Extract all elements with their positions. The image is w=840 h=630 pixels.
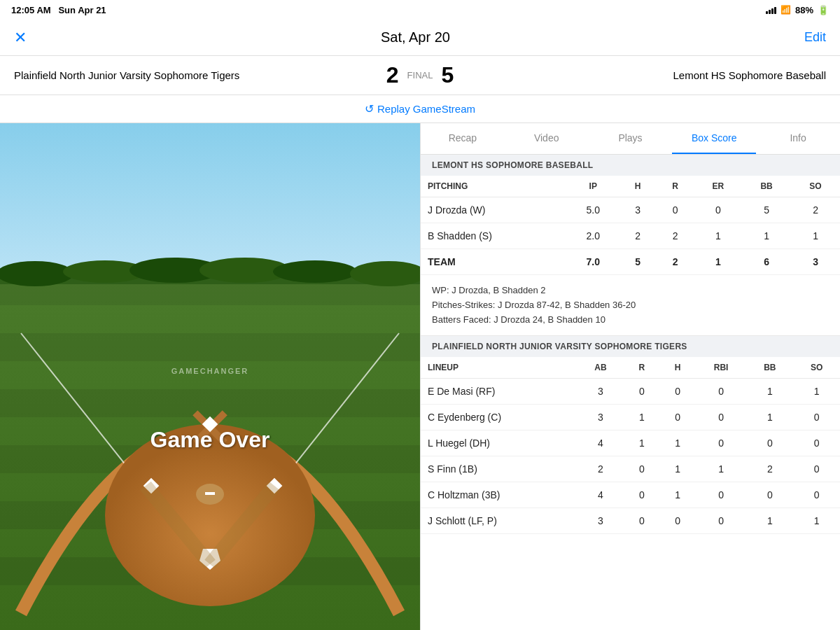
lineup-table: LINEUP AB R H RBI BB SO E De Masi (RF)30… xyxy=(421,357,840,534)
col-bb: BB xyxy=(742,176,791,197)
col-so: SO xyxy=(791,176,840,197)
right-panel[interactable]: Recap Video Plays Box Score Info LEMONT … xyxy=(420,123,840,630)
note-wp: WP: J Drozda, B Shadden 2 xyxy=(432,284,829,298)
table-cell: 0 xyxy=(624,379,659,405)
col-pitching: PITCHING xyxy=(421,176,567,197)
header: ✕ Sat, Apr 20 Edit xyxy=(0,20,840,56)
table-cell: 0 xyxy=(696,482,747,508)
svg-rect-4 xyxy=(0,389,420,417)
table-cell: 1 xyxy=(746,508,793,534)
table-cell: J Schlott (LF, P) xyxy=(421,508,578,534)
table-cell: 2 xyxy=(791,197,840,223)
tabs-bar: Recap Video Plays Box Score Info xyxy=(421,123,840,155)
tab-boxscore[interactable]: Box Score xyxy=(672,123,756,154)
tab-info[interactable]: Info xyxy=(756,123,840,154)
table-cell: J Drozda (W) xyxy=(421,197,567,223)
table-cell: 0 xyxy=(793,456,840,482)
edit-button[interactable]: Edit xyxy=(804,30,826,45)
table-cell: 0 xyxy=(694,197,743,223)
pitching-table: PITCHING IP H R ER BB SO J Drozda (W)5.0… xyxy=(421,176,840,275)
col-r: R xyxy=(657,176,694,197)
table-row: S Finn (1B)201120 xyxy=(421,456,840,482)
table-cell: 1 xyxy=(742,223,791,249)
col-h2: H xyxy=(660,357,696,379)
table-cell: 1 xyxy=(660,430,696,456)
table-cell: 0 xyxy=(793,405,840,430)
replay-label: Replay GameStream xyxy=(377,103,475,115)
table-cell: 1 xyxy=(746,379,793,405)
table-cell: 1 xyxy=(791,223,840,249)
team-left-name: Plainfield North Junior Varsity Sophomor… xyxy=(14,69,386,81)
field-container: GAMECHANGER Game Over xyxy=(0,123,420,630)
table-row: J Schlott (LF, P)300011 xyxy=(421,508,840,534)
table-cell: 1 xyxy=(660,456,696,482)
table-cell: 5 xyxy=(619,249,657,275)
gamechanger-watermark: GAMECHANGER xyxy=(172,367,249,375)
table-row: C Holtzman (3B)401000 xyxy=(421,482,840,508)
table-cell: 1 xyxy=(660,482,696,508)
table-cell: 0 xyxy=(657,197,694,223)
table-cell: 3 xyxy=(578,379,624,405)
tab-plays[interactable]: Plays xyxy=(589,123,673,154)
col-er: ER xyxy=(694,176,743,197)
score-right: 5 xyxy=(441,62,454,88)
table-row: J Drozda (W)5.030052 xyxy=(421,197,840,223)
table-cell: E De Masi (RF) xyxy=(421,379,578,405)
table-cell: 0 xyxy=(624,456,659,482)
signal-icon xyxy=(766,6,776,14)
table-cell: 3 xyxy=(791,249,840,275)
table-cell: 1 xyxy=(694,249,743,275)
table-cell: 5 xyxy=(742,197,791,223)
table-row: B Shadden (S)2.022111 xyxy=(421,223,840,249)
table-cell: 0 xyxy=(746,430,793,456)
svg-rect-18 xyxy=(205,492,215,495)
header-title: Sat, Apr 20 xyxy=(381,29,450,46)
battery-icon: 🔋 xyxy=(818,5,829,15)
replay-button[interactable]: ↺ Replay GameStream xyxy=(365,102,475,115)
replay-bar: ↺ Replay GameStream xyxy=(0,95,840,123)
table-cell: 2 xyxy=(657,223,694,249)
table-cell: 6 xyxy=(742,249,791,275)
tab-video[interactable]: Video xyxy=(505,123,589,154)
wifi-icon: 📶 xyxy=(780,5,791,15)
status-time: 12:05 AM Sun Apr 21 xyxy=(11,5,106,15)
table-cell: 0 xyxy=(624,482,659,508)
score-left: 2 xyxy=(386,62,399,88)
table-cell: 3 xyxy=(578,508,624,534)
table-cell: 4 xyxy=(578,482,624,508)
score-row: Plainfield North Junior Varsity Sophomor… xyxy=(0,56,840,95)
table-cell: 2.0 xyxy=(567,223,619,249)
table-cell: L Huegel (DH) xyxy=(421,430,578,456)
table-cell: S Finn (1B) xyxy=(421,456,578,482)
table-cell: 0 xyxy=(624,508,659,534)
table-cell: 0 xyxy=(660,379,696,405)
note-batters: Batters Faced: J Drozda 24, B Shadden 10 xyxy=(432,313,829,328)
table-cell: C Eydenberg (C) xyxy=(421,405,578,430)
table-cell: B Shadden (S) xyxy=(421,223,567,249)
svg-point-26 xyxy=(273,260,357,283)
col-ab: AB xyxy=(578,357,624,379)
table-row: E De Masi (RF)300011 xyxy=(421,379,840,405)
field-panel: GAMECHANGER Game Over xyxy=(0,123,420,630)
table-cell: 1 xyxy=(696,456,747,482)
table-cell: 0 xyxy=(696,430,747,456)
table-cell: 1 xyxy=(694,223,743,249)
lineup-header-row: LINEUP AB R H RBI BB SO xyxy=(421,357,840,379)
close-button[interactable]: ✕ xyxy=(14,29,27,47)
team-right-name: Lemont HS Sophomore Baseball xyxy=(454,69,826,81)
table-cell: 0 xyxy=(660,508,696,534)
table-row: C Eydenberg (C)310010 xyxy=(421,405,840,430)
table-cell: 1 xyxy=(746,405,793,430)
table-cell: 2 xyxy=(746,456,793,482)
table-cell: 0 xyxy=(696,405,747,430)
table-cell: 0 xyxy=(696,508,747,534)
table-cell: 2 xyxy=(578,456,624,482)
replay-icon: ↺ xyxy=(365,102,374,115)
col-h: H xyxy=(619,176,657,197)
battery-indicator: 88% xyxy=(795,5,813,15)
status-bar: 12:05 AM Sun Apr 21 📶 88% 🔋 xyxy=(0,0,840,20)
status-indicators: 📶 88% 🔋 xyxy=(766,5,829,15)
table-row: TEAM7.052163 xyxy=(421,249,840,275)
game-over-text: Game Over xyxy=(150,427,270,453)
tab-recap[interactable]: Recap xyxy=(421,123,505,154)
